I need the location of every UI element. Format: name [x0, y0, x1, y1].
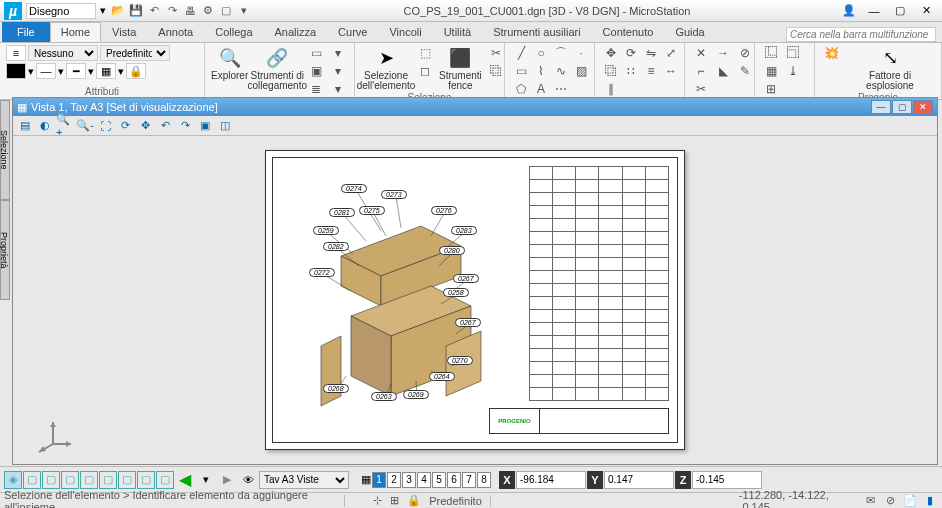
view-left-button[interactable]: ▢: [80, 471, 98, 489]
modify-icon[interactable]: ✎: [735, 63, 755, 79]
fit-view-icon[interactable]: ⛶: [96, 118, 114, 134]
view-number-7[interactable]: 7: [462, 472, 476, 488]
side-tab-properties[interactable]: Proprietà: [0, 200, 10, 300]
extend-icon[interactable]: →: [713, 45, 733, 61]
chevron-down-icon[interactable]: ▾: [118, 65, 124, 78]
view-next-icon[interactable]: ↷: [176, 118, 194, 134]
select-all-icon[interactable]: ⬚: [415, 45, 435, 61]
group-icon[interactable]: ⿺: [761, 45, 781, 61]
refs-icon[interactable]: ▣: [306, 63, 326, 79]
stretch-icon[interactable]: ↔: [661, 63, 681, 79]
weight-icon[interactable]: ━: [66, 63, 86, 79]
tab-contenuto[interactable]: Contenuto: [592, 22, 665, 42]
rotate-view-icon[interactable]: ⟳: [116, 118, 134, 134]
zoom-in-icon[interactable]: 🔍+: [56, 118, 74, 134]
open-icon[interactable]: 📂: [110, 3, 126, 19]
view-config-icon[interactable]: 👁: [238, 471, 258, 489]
lock-icon[interactable]: 🔒: [126, 63, 146, 79]
active-level[interactable]: Predefinito: [429, 495, 482, 507]
nav-back-button[interactable]: ◀: [175, 471, 195, 489]
cell-icon[interactable]: ▦: [761, 63, 781, 79]
ribbon-search-input[interactable]: [786, 27, 936, 42]
view-back-button[interactable]: ▢: [118, 471, 136, 489]
message-center-icon[interactable]: ✉: [862, 494, 878, 508]
explode-icon[interactable]: 💥: [821, 45, 841, 61]
polyline-icon[interactable]: ⌇: [531, 63, 551, 79]
trim-icon[interactable]: ✕: [691, 45, 711, 61]
print-icon[interactable]: 🖶: [182, 3, 198, 19]
maximize-button[interactable]: ▢: [892, 100, 912, 114]
view-number-1[interactable]: 1: [372, 472, 386, 488]
graphic-group-icon[interactable]: ⊞: [761, 81, 781, 97]
tab-analizza[interactable]: Analizza: [264, 22, 328, 42]
snap-icon[interactable]: ⊹: [373, 494, 382, 507]
explorer-button[interactable]: 🔍Explorer: [211, 45, 248, 81]
mirror-icon[interactable]: ⇋: [641, 45, 661, 61]
tab-guida[interactable]: Guida: [664, 22, 715, 42]
view-front-button[interactable]: ▢: [42, 471, 60, 489]
tab-annota[interactable]: Annota: [147, 22, 204, 42]
view-group-select[interactable]: Tav A3 Viste: [259, 471, 349, 489]
view-number-5[interactable]: 5: [432, 472, 446, 488]
more-icon[interactable]: ⋯: [551, 81, 571, 97]
rotate-icon[interactable]: ⟳: [621, 45, 641, 61]
view-custom-button[interactable]: ▢: [156, 471, 174, 489]
minimize-button[interactable]: —: [862, 3, 886, 19]
attach-tools-button[interactable]: 🔗Strumenti di collegamento: [252, 45, 302, 91]
break-icon[interactable]: ⊘: [735, 45, 755, 61]
view-bottom-button[interactable]: ▢: [99, 471, 117, 489]
copy-icon[interactable]: ⿻: [486, 63, 506, 79]
delete-part-icon[interactable]: ✂: [691, 81, 711, 97]
move-icon[interactable]: ✥: [601, 45, 621, 61]
text-icon[interactable]: A: [531, 81, 551, 97]
tab-file[interactable]: File: [2, 22, 50, 42]
view-top-button[interactable]: ▢: [23, 471, 41, 489]
levels-icon[interactable]: ≣: [306, 81, 326, 97]
select-none-icon[interactable]: ◻: [415, 63, 435, 79]
chevron-down-icon[interactable]: ▾: [236, 3, 252, 19]
no-pending-icon[interactable]: ⊘: [882, 494, 898, 508]
view-number-8[interactable]: 8: [477, 472, 491, 488]
clip-volume-icon[interactable]: ▣: [196, 118, 214, 134]
template-select[interactable]: Predefinito: [100, 45, 170, 61]
hatch-icon[interactable]: ▨: [571, 63, 591, 79]
chevron-down-icon[interactable]: ▾: [328, 45, 348, 61]
scale-icon[interactable]: ⤢: [661, 45, 681, 61]
fence-tools-button[interactable]: ⬛Strumenti fence: [439, 45, 482, 91]
pan-icon[interactable]: ✥: [136, 118, 154, 134]
rect-icon[interactable]: ▭: [511, 63, 531, 79]
view-attributes-icon[interactable]: ▤: [16, 118, 34, 134]
design-history-icon[interactable]: 📄: [902, 494, 918, 508]
curve-icon[interactable]: ∿: [551, 63, 571, 79]
level-icon[interactable]: ≡: [6, 45, 26, 61]
polygon-icon[interactable]: ⬠: [511, 81, 531, 97]
view-number-4[interactable]: 4: [417, 472, 431, 488]
offset-icon[interactable]: ∥: [601, 81, 621, 97]
x-coord-input[interactable]: [516, 471, 586, 489]
explosion-factor-button[interactable]: ⤡Fattore di esplosione: [845, 45, 935, 91]
view-number-2[interactable]: 2: [387, 472, 401, 488]
chevron-down-icon[interactable]: ▾: [100, 4, 106, 17]
view-canvas[interactable]: 0274027302810275027602590283028202800272…: [13, 136, 937, 464]
drop-icon[interactable]: ⤓: [783, 63, 803, 79]
level-select[interactable]: Nessuno: [28, 45, 98, 61]
element-selection-button[interactable]: ➤Selezione dell'elemento: [361, 45, 411, 91]
nav-forward-button[interactable]: ▶: [217, 471, 237, 489]
zoom-out-icon[interactable]: 🔍-: [76, 118, 94, 134]
color-icon[interactable]: [6, 63, 26, 79]
user-icon[interactable]: 👤: [842, 4, 856, 17]
tab-vista[interactable]: Vista: [101, 22, 147, 42]
view-right-button[interactable]: ▢: [61, 471, 79, 489]
align-icon[interactable]: ≡: [641, 63, 661, 79]
y-coord-input[interactable]: [604, 471, 674, 489]
lock-icon[interactable]: 🔒: [407, 494, 421, 507]
array-icon[interactable]: ∷: [621, 63, 641, 79]
views-icon[interactable]: ▢: [218, 3, 234, 19]
copy-icon[interactable]: ⿻: [601, 63, 621, 79]
chevron-down-icon[interactable]: ▾: [328, 63, 348, 79]
side-tab-selection[interactable]: Selezione dell'elemento: [0, 100, 10, 200]
minimize-button[interactable]: —: [871, 100, 891, 114]
chevron-down-icon[interactable]: ▾: [328, 81, 348, 97]
models-icon[interactable]: ▭: [306, 45, 326, 61]
tab-utilita[interactable]: Utilità: [433, 22, 483, 42]
